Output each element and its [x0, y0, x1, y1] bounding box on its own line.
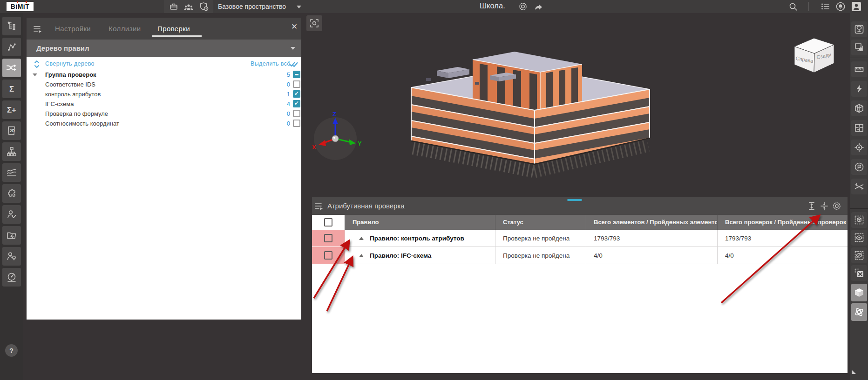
header-checkbox-cell	[312, 215, 345, 230]
resize-handle[interactable]	[852, 370, 856, 374]
model-view-icon[interactable]	[851, 284, 867, 301]
rule-name: Правило: IFC-схема	[370, 252, 431, 259]
rules-tree-header[interactable]: Дерево правил	[27, 40, 301, 57]
show-box-icon[interactable]	[851, 230, 867, 246]
workspace-select[interactable]: Базовое пространство	[218, 0, 286, 13]
help-button[interactable]: ?	[5, 344, 18, 357]
row-checkbox-cell	[312, 230, 345, 247]
table-row[interactable]: Правило: контроль атрибутов Проверка не …	[312, 230, 848, 247]
table-row[interactable]: Правило: IFC-схема Проверка не пройдена …	[312, 247, 848, 264]
briefcase-icon[interactable]	[169, 1, 179, 12]
tree-checkbox[interactable]	[293, 120, 300, 127]
tab-settings[interactable]: Настройки	[55, 25, 91, 33]
structure-icon[interactable]	[2, 142, 21, 161]
tree-item-ifc-schema[interactable]: IFC-схема 4	[27, 99, 301, 109]
col-rule[interactable]: Правило	[345, 215, 495, 230]
top-bar: BiMiT Базовое пространство Школа.	[0, 0, 868, 13]
collapse-row-icon[interactable]	[359, 254, 364, 257]
collisions-icon[interactable]	[2, 59, 21, 77]
clear-selection-icon[interactable]	[851, 265, 867, 281]
user-location-icon[interactable]	[2, 247, 21, 266]
row-checkbox[interactable]	[324, 251, 332, 260]
shield-status-icon[interactable]	[199, 1, 209, 12]
close-icon[interactable]: ✕	[289, 22, 299, 32]
tree-checkbox[interactable]	[293, 110, 300, 117]
collapse-rows-icon[interactable]	[819, 200, 830, 212]
axis-x-label: X	[312, 144, 316, 151]
floorplan-icon[interactable]	[851, 120, 867, 136]
environment-icon[interactable]	[851, 21, 867, 37]
pick-elements-icon[interactable]	[2, 38, 21, 56]
panel-menu-icon[interactable]	[314, 201, 324, 211]
user-check-icon[interactable]	[2, 205, 21, 224]
panel-tabs-bar: Настройки Коллизии Проверки ✕	[27, 18, 301, 40]
share-icon[interactable]	[533, 1, 543, 12]
sum-plus-icon[interactable]: Σ+	[2, 100, 21, 119]
count-badge: 4	[276, 100, 290, 107]
chevron-down-icon[interactable]	[290, 47, 296, 50]
docs-2d-icon[interactable]: 2D	[2, 121, 21, 140]
plugins-icon[interactable]	[2, 184, 21, 203]
active-tab-underline	[152, 35, 202, 37]
tab-checks[interactable]: Проверки	[157, 25, 190, 33]
navigation-cube[interactable]: Справа Сзади	[794, 38, 834, 73]
table-settings-gear-icon[interactable]	[831, 200, 842, 212]
row-checkbox[interactable]	[324, 234, 332, 242]
left-toolbar: Σ Σ+ 2D ?	[0, 13, 23, 380]
collapse-tree-link[interactable]: Свернуть дерево	[45, 60, 95, 67]
rule-elements: 4/0	[586, 247, 717, 264]
list-icon[interactable]	[820, 1, 830, 12]
tree-checkbox[interactable]	[293, 100, 300, 107]
hide-box-icon[interactable]	[851, 247, 867, 263]
app-logo[interactable]: BiMiT	[7, 2, 34, 11]
tab-collisions[interactable]: Коллизии	[108, 25, 141, 33]
section-box-icon[interactable]	[851, 100, 867, 116]
tree-item-attributes[interactable]: контроль атрибутов 1	[27, 89, 301, 99]
panel-drag-handle[interactable]	[567, 199, 582, 201]
col-elements[interactable]: Всего элементов / Пройденных элементов	[586, 215, 717, 230]
tree-checkbox[interactable]	[293, 90, 300, 98]
capture-region-icon[interactable]	[851, 40, 867, 55]
charts-icon[interactable]	[2, 163, 21, 182]
model-tree-icon[interactable]	[2, 17, 21, 35]
folder-share-icon[interactable]	[2, 226, 21, 245]
ruler-icon[interactable]	[851, 61, 867, 77]
collapse-row-icon[interactable]	[359, 237, 364, 240]
tree-item-coordinates[interactable]: Соотносимость координат 0	[27, 119, 301, 128]
isolate-box-icon[interactable]	[851, 212, 867, 228]
rules-tree-title: Дерево правил	[36, 44, 89, 52]
tree-item-formula[interactable]: Проверка по формуле 0	[27, 109, 301, 119]
attribute-check-panel: Атрибутивная проверка Правило Статус Все…	[312, 197, 848, 373]
account-icon[interactable]	[851, 1, 861, 12]
settings-gear-icon[interactable]	[518, 1, 528, 12]
axis-gizmo[interactable]: Z Y X	[312, 111, 362, 160]
checks-panel: Настройки Коллизии Проверки ✕ Дерево пра…	[27, 18, 301, 320]
measure-axes-icon[interactable]	[851, 179, 867, 194]
expander-icon[interactable]	[33, 73, 37, 76]
flag-icon[interactable]	[851, 159, 867, 175]
tree-item-group[interactable]: Группа проверок 5	[27, 70, 301, 80]
col-status[interactable]: Статус	[495, 215, 586, 230]
search-icon[interactable]	[788, 1, 798, 12]
row-checkbox-cell	[312, 247, 345, 264]
divider	[808, 2, 809, 11]
team-icon[interactable]	[183, 1, 194, 12]
expand-collapse-icon[interactable]	[34, 60, 40, 68]
expand-rows-icon[interactable]	[806, 200, 817, 212]
notifications-icon[interactable]	[835, 1, 845, 12]
dashboard-icon[interactable]	[2, 268, 21, 287]
double-check-icon[interactable]	[289, 61, 300, 67]
locate-icon[interactable]	[851, 140, 867, 155]
tree-checkbox[interactable]	[293, 71, 300, 78]
select-all-checkbox[interactable]	[324, 218, 332, 227]
select-all-link[interactable]: Выделить всё	[251, 60, 291, 67]
clash-flash-icon[interactable]	[851, 81, 867, 97]
panel-menu-icon[interactable]	[33, 24, 43, 33]
orbit-icon[interactable]	[851, 303, 867, 321]
tree-item-ids[interactable]: Соответствие IDS 0	[27, 80, 301, 89]
caret-down-icon[interactable]	[296, 5, 302, 9]
tree-checkbox[interactable]	[293, 80, 300, 88]
divider	[850, 58, 868, 58]
col-checks[interactable]: Всего проверок / Пройденных проверок	[717, 215, 848, 230]
sum-icon[interactable]: Σ	[2, 80, 21, 98]
